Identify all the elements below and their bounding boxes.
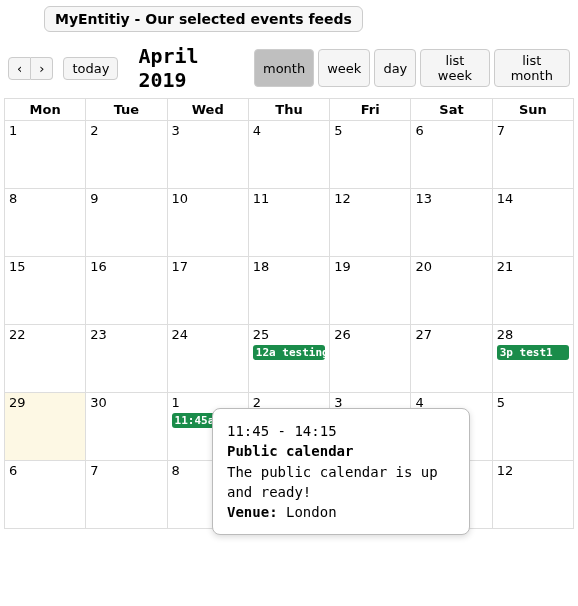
day-cell[interactable]: 14 xyxy=(492,189,573,257)
day-cell[interactable]: 8 xyxy=(5,189,86,257)
popover-time: 11:45 - 14:15 xyxy=(227,421,455,441)
day-cell[interactable]: 17 xyxy=(167,257,248,325)
popover-description: The public calendar is up and ready! xyxy=(227,462,455,503)
day-number: 25 xyxy=(253,327,325,342)
day-cell[interactable]: 6 xyxy=(411,121,492,189)
day-number: 27 xyxy=(415,327,487,342)
popover-title: Public calendar xyxy=(227,441,455,461)
day-cell[interactable]: 19 xyxy=(330,257,411,325)
day-number: 18 xyxy=(253,259,325,274)
day-cell[interactable]: 22 xyxy=(5,325,86,393)
day-cell[interactable]: 26 xyxy=(330,325,411,393)
view-month-button[interactable]: month xyxy=(254,49,314,87)
day-header: Mon xyxy=(5,99,86,121)
day-header: Wed xyxy=(167,99,248,121)
popover-venue: Venue: London xyxy=(227,502,455,522)
event-popover: 11:45 - 14:15 Public calendar The public… xyxy=(212,408,470,535)
day-number: 26 xyxy=(334,327,406,342)
calendar-event[interactable]: 3p test1 xyxy=(497,345,569,360)
day-number: 6 xyxy=(415,123,487,138)
day-cell[interactable]: 5 xyxy=(330,121,411,189)
view-week-button[interactable]: week xyxy=(318,49,370,87)
day-number: 28 xyxy=(497,327,569,342)
today-button[interactable]: today xyxy=(63,57,118,80)
view-switcher: month week day list week list month xyxy=(254,49,570,87)
day-cell[interactable]: 21 xyxy=(492,257,573,325)
day-header: Sun xyxy=(492,99,573,121)
day-number: 9 xyxy=(90,191,162,206)
day-cell[interactable]: 10 xyxy=(167,189,248,257)
day-number: 2 xyxy=(90,123,162,138)
day-cell[interactable]: 7 xyxy=(86,461,167,529)
next-button[interactable]: › xyxy=(31,57,53,80)
day-cell[interactable]: 4 xyxy=(248,121,329,189)
day-cell[interactable]: 12 xyxy=(492,461,573,529)
day-cell[interactable]: 23 xyxy=(86,325,167,393)
day-number: 21 xyxy=(497,259,569,274)
day-cell[interactable]: 3 xyxy=(167,121,248,189)
view-day-button[interactable]: day xyxy=(374,49,416,87)
day-cell[interactable]: 2512a testing xyxy=(248,325,329,393)
day-cell[interactable]: 5 xyxy=(492,393,573,461)
day-number: 16 xyxy=(90,259,162,274)
day-cell[interactable]: 6 xyxy=(5,461,86,529)
day-cell[interactable]: 11 xyxy=(248,189,329,257)
nav-buttons: ‹ › xyxy=(8,57,53,80)
day-cell[interactable]: 12 xyxy=(330,189,411,257)
day-number: 10 xyxy=(172,191,244,206)
day-number: 7 xyxy=(497,123,569,138)
calendar-event[interactable]: 12a testing xyxy=(253,345,325,360)
day-cell[interactable]: 24 xyxy=(167,325,248,393)
day-number: 20 xyxy=(415,259,487,274)
day-cell[interactable]: 30 xyxy=(86,393,167,461)
day-number: 3 xyxy=(172,123,244,138)
day-cell[interactable]: 20 xyxy=(411,257,492,325)
day-number: 19 xyxy=(334,259,406,274)
calendar-toolbar: ‹ › today April 2019 month week day list… xyxy=(8,44,570,92)
view-list-month-button[interactable]: list month xyxy=(494,49,570,87)
day-cell[interactable]: 15 xyxy=(5,257,86,325)
day-number: 12 xyxy=(497,463,569,478)
view-list-week-button[interactable]: list week xyxy=(420,49,489,87)
day-number: 23 xyxy=(90,327,162,342)
day-cell[interactable]: 2 xyxy=(86,121,167,189)
day-number: 5 xyxy=(497,395,569,410)
day-cell[interactable]: 29 xyxy=(5,393,86,461)
day-number: 6 xyxy=(9,463,81,478)
day-number: 30 xyxy=(90,395,162,410)
popover-venue-label: Venue: xyxy=(227,504,278,520)
prev-button[interactable]: ‹ xyxy=(8,57,31,80)
day-number: 11 xyxy=(253,191,325,206)
day-number: 15 xyxy=(9,259,81,274)
feed-title-pill[interactable]: MyEntitiy - Our selected events feeds xyxy=(44,6,363,32)
calendar-title: April 2019 xyxy=(138,44,254,92)
day-cell[interactable]: 283p test1 xyxy=(492,325,573,393)
day-number: 13 xyxy=(415,191,487,206)
day-number: 17 xyxy=(172,259,244,274)
day-cell[interactable]: 9 xyxy=(86,189,167,257)
day-header: Thu xyxy=(248,99,329,121)
day-number: 29 xyxy=(9,395,81,410)
day-number: 14 xyxy=(497,191,569,206)
day-cell[interactable]: 18 xyxy=(248,257,329,325)
day-cell[interactable]: 13 xyxy=(411,189,492,257)
day-number: 24 xyxy=(172,327,244,342)
day-header: Fri xyxy=(330,99,411,121)
day-number: 8 xyxy=(9,191,81,206)
day-number: 5 xyxy=(334,123,406,138)
day-cell[interactable]: 1 xyxy=(5,121,86,189)
day-header: Sat xyxy=(411,99,492,121)
day-number: 4 xyxy=(253,123,325,138)
day-number: 22 xyxy=(9,327,81,342)
day-header: Tue xyxy=(86,99,167,121)
day-number: 7 xyxy=(90,463,162,478)
day-number: 12 xyxy=(334,191,406,206)
day-cell[interactable]: 7 xyxy=(492,121,573,189)
day-cell[interactable]: 27 xyxy=(411,325,492,393)
day-cell[interactable]: 16 xyxy=(86,257,167,325)
day-number: 1 xyxy=(9,123,81,138)
popover-venue-value: London xyxy=(286,504,337,520)
